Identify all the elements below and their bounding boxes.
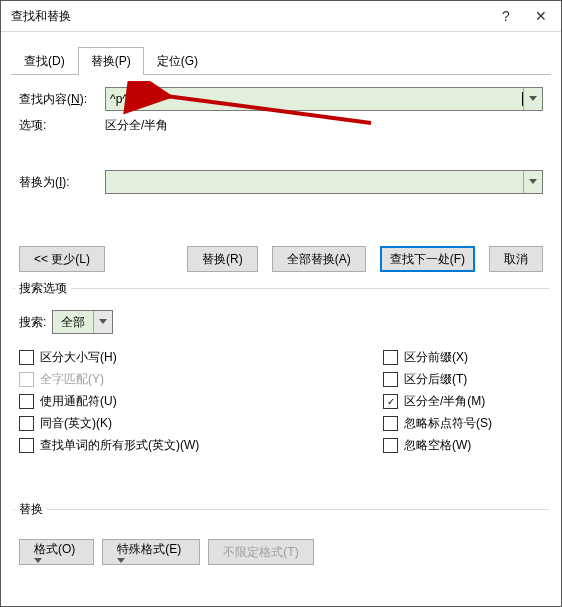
find-dropdown-button[interactable]: [523, 88, 542, 110]
search-direction-dropdown[interactable]: [93, 311, 112, 333]
replace-dropdown-button[interactable]: [523, 171, 542, 193]
find-input-wrapper: [105, 87, 543, 111]
checkbox[interactable]: [383, 416, 398, 431]
tab-find[interactable]: 查找(D): [11, 47, 78, 75]
search-options-title: 搜索选项: [15, 280, 71, 297]
cancel-button[interactable]: 取消: [489, 246, 543, 272]
checkbox-grid: 区分大小写(H)全字匹配(Y)使用通配符(U)同音(英文)(K)查找单词的所有形…: [19, 344, 543, 459]
chevron-down-icon: [34, 558, 79, 564]
search-direction-value: 全部: [53, 314, 93, 331]
checkbox[interactable]: [383, 350, 398, 365]
checkbox-row[interactable]: 区分后缀(T): [383, 371, 543, 388]
replace-section-title: 替换: [15, 501, 47, 518]
dialog-title: 查找和替换: [11, 8, 491, 25]
checkbox[interactable]: ✓: [383, 394, 398, 409]
checkbox-label: 忽略空格(W): [404, 437, 471, 454]
checkbox-label: 忽略标点符号(S): [404, 415, 492, 432]
chevron-down-icon: [529, 96, 537, 102]
checkbox-row[interactable]: 同音(英文)(K): [19, 415, 383, 432]
checkbox-label: 区分前缀(X): [404, 349, 468, 366]
checkbox[interactable]: [19, 350, 34, 365]
format-buttons: 格式(O) 特殊格式(E) 不限定格式(T): [19, 539, 543, 565]
dialog-body: 查找内容(N): 选项: 区分全/半角 替换为(I): << 更少(L): [1, 75, 561, 565]
tab-strip: 查找(D) 替换(P) 定位(G): [11, 46, 551, 75]
help-button[interactable]: ?: [491, 8, 521, 24]
options-label: 选项:: [19, 117, 105, 134]
checkbox-label: 区分后缀(T): [404, 371, 467, 388]
checkbox-label: 使用通配符(U): [40, 393, 117, 410]
chevron-down-icon: [529, 179, 537, 185]
checkbox-label: 全字匹配(Y): [40, 371, 104, 388]
search-options-separator: [13, 288, 549, 289]
checkbox[interactable]: [383, 438, 398, 453]
replace-button[interactable]: 替换(R): [187, 246, 258, 272]
checkbox-col-left: 区分大小写(H)全字匹配(Y)使用通配符(U)同音(英文)(K)查找单词的所有形…: [19, 344, 383, 459]
checkbox: [19, 372, 34, 387]
checkbox[interactable]: [19, 438, 34, 453]
format-button[interactable]: 格式(O): [19, 539, 94, 565]
checkbox[interactable]: [19, 394, 34, 409]
replace-input[interactable]: [106, 172, 523, 192]
checkbox-label: 查找单词的所有形式(英文)(W): [40, 437, 199, 454]
replace-label: 替换为(I):: [19, 174, 105, 191]
replace-row: 替换为(I):: [19, 170, 543, 194]
options-row: 选项: 区分全/半角: [19, 117, 543, 134]
checkbox-row[interactable]: 区分前缀(X): [383, 349, 543, 366]
find-next-button[interactable]: 查找下一处(F): [380, 246, 475, 272]
checkbox-row[interactable]: 忽略空格(W): [383, 437, 543, 454]
chevron-down-icon: [117, 558, 185, 564]
checkbox[interactable]: [19, 416, 34, 431]
checkbox-row[interactable]: 区分大小写(H): [19, 349, 383, 366]
checkbox-label: 同音(英文)(K): [40, 415, 112, 432]
chevron-down-icon: [99, 319, 107, 325]
find-replace-dialog: 查找和替换 ? ✕ 查找(D) 替换(P) 定位(G) 查找内容(N): 选项:…: [0, 0, 562, 607]
replace-input-wrapper: [105, 170, 543, 194]
checkbox-row[interactable]: 查找单词的所有形式(英文)(W): [19, 437, 383, 454]
tab-replace[interactable]: 替换(P): [78, 47, 144, 75]
find-row: 查找内容(N):: [19, 87, 543, 111]
checkbox[interactable]: [383, 372, 398, 387]
less-button[interactable]: << 更少(L): [19, 246, 105, 272]
titlebar: 查找和替换 ? ✕: [1, 1, 561, 32]
search-direction-row: 搜索: 全部: [19, 310, 543, 334]
checkbox-row[interactable]: ✓区分全/半角(M): [383, 393, 543, 410]
checkbox-label: 区分全/半角(M): [404, 393, 485, 410]
search-direction-select[interactable]: 全部: [52, 310, 113, 334]
replace-separator: [13, 509, 549, 510]
no-format-button: 不限定格式(T): [208, 539, 313, 565]
action-buttons: << 更少(L) 替换(R) 全部替换(A) 查找下一处(F) 取消: [19, 246, 543, 272]
tab-goto[interactable]: 定位(G): [144, 47, 211, 75]
checkbox-col-right: 区分前缀(X)区分后缀(T)✓区分全/半角(M)忽略标点符号(S)忽略空格(W): [383, 344, 543, 459]
checkbox-label: 区分大小写(H): [40, 349, 117, 366]
options-value: 区分全/半角: [105, 117, 168, 134]
checkbox-row[interactable]: 使用通配符(U): [19, 393, 383, 410]
replace-all-button[interactable]: 全部替换(A): [272, 246, 366, 272]
find-label: 查找内容(N):: [19, 91, 105, 108]
checkbox-row: 全字匹配(Y): [19, 371, 383, 388]
close-button[interactable]: ✕: [521, 8, 561, 24]
replace-format-section: 替换 格式(O) 特殊格式(E) 不限定格式(T): [19, 509, 543, 565]
checkbox-row[interactable]: 忽略标点符号(S): [383, 415, 543, 432]
find-input[interactable]: [106, 89, 521, 109]
search-label: 搜索:: [19, 314, 46, 331]
special-format-button[interactable]: 特殊格式(E): [102, 539, 200, 565]
